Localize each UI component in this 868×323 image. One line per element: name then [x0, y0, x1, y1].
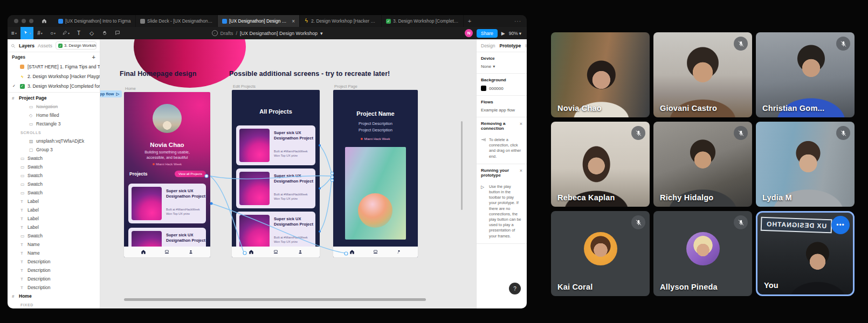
horizontal-scrollbar[interactable]: [124, 298, 426, 301]
vertical-scrollbar[interactable]: [461, 121, 463, 210]
play-flow-icon[interactable]: ▷: [116, 92, 119, 96]
avatar[interactable]: N: [465, 29, 473, 37]
home-nav-icon[interactable]: [349, 249, 355, 255]
home-nav-icon[interactable]: [141, 249, 146, 255]
layer-item[interactable]: TDescription: [8, 275, 100, 283]
present-play-icon[interactable]: ▶: [501, 31, 505, 36]
window-controls[interactable]: [8, 19, 39, 23]
participant-tile-richy[interactable]: Richy Hidalgo: [653, 122, 752, 207]
layer-item[interactable]: TLabel: [8, 197, 100, 206]
close-icon[interactable]: ×: [520, 168, 522, 173]
add-page-button[interactable]: +: [92, 54, 95, 60]
laptop-nav-icon[interactable]: [164, 249, 170, 255]
tab-overflow-icon[interactable]: ···: [509, 18, 527, 24]
home-nav-icon[interactable]: [249, 249, 254, 255]
frame-tool-button[interactable]: # ▾: [33, 27, 46, 39]
layer-item[interactable]: ▭Swatch: [8, 154, 100, 163]
layer-item[interactable]: ▭Rectangle 3: [8, 120, 100, 128]
frame-label-home[interactable]: Home: [125, 86, 136, 91]
layer-item[interactable]: TName: [8, 240, 100, 249]
tab-slide-deck[interactable]: Slide Deck - [UX Designathon] Intro to: [136, 15, 218, 27]
more-options-button[interactable]: •••: [831, 216, 850, 234]
chevron-down-icon[interactable]: ▾: [320, 31, 323, 36]
file-title[interactable]: [UX Designathon] Design Workshop: [240, 31, 318, 36]
laptop-nav-icon[interactable]: [373, 249, 378, 255]
participant-tile-lydia[interactable]: Lydia M: [756, 122, 855, 207]
new-tab-button[interactable]: +: [464, 15, 476, 27]
tab-assets[interactable]: Assets: [38, 43, 52, 48]
layer-item[interactable]: ▢Group 3: [8, 145, 100, 154]
layer-item[interactable]: TLabel: [8, 214, 100, 223]
share-button[interactable]: Share: [477, 29, 498, 38]
window-zoom-button[interactable]: [29, 19, 33, 23]
layer-item[interactable]: ▭Swatch: [8, 231, 100, 240]
project-card[interactable]: Super sick UXDesignathon Project Built a…: [128, 184, 206, 223]
window-minimize-button[interactable]: [22, 19, 26, 23]
project-card[interactable]: Super sick UXDesignathon Project Built a…: [236, 125, 315, 165]
person-nav-icon[interactable]: [188, 249, 194, 255]
layer-item[interactable]: #Project Page: [8, 94, 100, 102]
tab-intro-to-figma[interactable]: [UX Designathon] Intro to Figma: [54, 15, 136, 27]
laptop-nav-icon[interactable]: [273, 249, 279, 255]
tab-completed-reference[interactable]: ✓ 3. Design Workshop [Completed for Re: [382, 15, 464, 27]
layer-item[interactable]: ▭Swatch: [8, 180, 100, 188]
help-button[interactable]: ?: [509, 283, 521, 294]
layer-item[interactable]: #Home: [8, 292, 100, 300]
page-item-hacker-playground[interactable]: ϟ 2. Design Workshop [Hacker Playground]: [8, 72, 100, 81]
participant-tile-giovani[interactable]: Giovani Castro: [653, 32, 752, 117]
frame-label-project-page[interactable]: Project Page: [334, 84, 357, 89]
tab-hacker-playground[interactable]: ϟ 2. Design Workshop [Hacker Playgrou: [300, 15, 382, 27]
view-all-projects-button[interactable]: View all Projects: [175, 171, 206, 177]
frame-label-edit-projects[interactable]: Edit Projects: [233, 84, 256, 89]
person-nav-icon[interactable]: [396, 249, 402, 255]
design-canvas[interactable]: Final Homepage design Possible additiona…: [100, 39, 476, 308]
layer-item[interactable]: ▭Swatch: [8, 188, 100, 197]
layer-item[interactable]: ▨unsplash:vqTWfaADjEk: [8, 137, 100, 145]
close-tab-icon[interactable]: ×: [291, 18, 295, 24]
layer-item[interactable]: ▭Swatch: [8, 171, 100, 180]
layer-item[interactable]: TName: [8, 249, 100, 257]
window-close-button[interactable]: [14, 19, 18, 23]
layer-item[interactable]: TLabel: [8, 206, 100, 214]
breadcrumb[interactable]: ◦ Drafts / [UX Designathon] Design Works…: [212, 30, 323, 36]
layer-item[interactable]: ◇Home filled: [8, 111, 100, 120]
zoom-level-control[interactable]: 90% ▾: [509, 31, 521, 36]
breadcrumb-location[interactable]: Drafts: [221, 31, 233, 36]
tab-design[interactable]: Design: [481, 43, 495, 48]
frame-home[interactable]: Novia Chao Building something usable, ac…: [124, 92, 210, 257]
participant-tile-kai[interactable]: Kai Coral: [551, 211, 650, 296]
page-item-tips-and-tricks[interactable]: [START HERE] 1. Figma Tips and Tricks: [8, 62, 100, 72]
color-swatch[interactable]: [481, 86, 486, 91]
person-nav-icon[interactable]: [298, 249, 303, 255]
background-hex-value[interactable]: 000000: [489, 86, 504, 91]
comment-tool-button[interactable]: [111, 27, 124, 39]
project-card[interactable]: Super sick UXDesignathon Project Built a…: [236, 168, 315, 208]
page-item-completed-reference[interactable]: ✓ ✓ 3. Design Workshop [Completed for Re…: [8, 81, 100, 91]
participant-tile-allyson[interactable]: Allyson Pineda: [653, 211, 752, 296]
resources-button[interactable]: ◇: [85, 27, 98, 39]
pen-tool-button[interactable]: ▾: [59, 27, 72, 39]
frame-project-page[interactable]: Project Name Project Description Project…: [333, 90, 418, 257]
tab-design-workshop-active[interactable]: [UX Designathon] Design Workshop ×: [218, 15, 300, 27]
home-icon[interactable]: [39, 18, 50, 24]
hand-tool-button[interactable]: [98, 27, 111, 39]
tab-prototype[interactable]: Prototype: [499, 43, 521, 48]
main-menu-button[interactable]: ≡ ▾: [8, 27, 20, 39]
background-color-control[interactable]: 000000: [481, 86, 522, 91]
close-icon[interactable]: ×: [520, 121, 522, 127]
flow-start-badge[interactable]: app flow ▷: [100, 90, 122, 97]
shape-tool-button[interactable]: ○ ▾: [46, 27, 59, 39]
participant-tile-novia[interactable]: Novia Chao: [551, 32, 650, 117]
flow-item[interactable]: Example app flow: [481, 108, 522, 113]
participant-tile-you[interactable]: UX DESIGNATHO ••• You: [756, 211, 855, 296]
layer-item[interactable]: ▭Swatch: [8, 163, 100, 171]
page-switcher-dropdown[interactable]: ✓ 3. Design Workshop [C... ▾: [56, 41, 97, 50]
move-tool-button[interactable]: ▾: [20, 27, 33, 39]
tab-layers[interactable]: Layers: [19, 43, 35, 48]
frame-edit-projects[interactable]: All Projects Super sick UXDesignathon Pr…: [232, 90, 320, 257]
tab-inspect[interactable]: Inspect: [525, 43, 527, 48]
layer-item[interactable]: TDescription: [8, 257, 100, 266]
text-tool-button[interactable]: T: [72, 27, 85, 39]
search-icon[interactable]: [11, 41, 16, 51]
layer-item[interactable]: ▭Navigation: [8, 102, 100, 111]
